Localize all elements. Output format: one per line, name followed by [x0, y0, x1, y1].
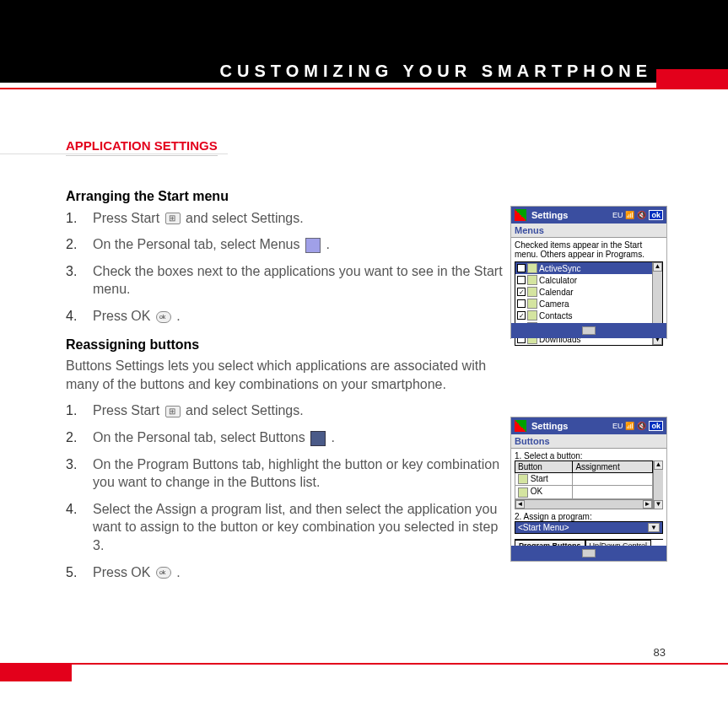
checkbox[interactable] — [517, 264, 526, 272]
list-item-label: Contacts — [539, 311, 572, 320]
app-icon — [527, 263, 537, 273]
list-item-label: Calendar — [539, 288, 574, 297]
screenshot-menus: Settings EU 📶 🔇 ok Menus Checked items a… — [510, 206, 667, 339]
ss-description: Checked items appear in the Start menu. … — [515, 240, 663, 259]
ss-status: EU — [612, 422, 623, 430]
ok-key-icon — [156, 567, 171, 579]
list-item[interactable]: ✓Contacts — [515, 310, 652, 321]
scroll-left-icon[interactable]: ◄ — [515, 500, 525, 509]
ok-badge[interactable]: ok — [649, 421, 663, 431]
col-button: Button — [515, 461, 573, 473]
step-text: and select Settings. — [186, 211, 304, 225]
ss-title: Settings — [531, 210, 568, 220]
assign-program-dropdown[interactable]: <Start Menu> ▼ — [515, 521, 663, 534]
keyboard-icon[interactable] — [582, 326, 596, 335]
page-number: 83 — [654, 646, 666, 659]
signal-icon: 📶 — [625, 211, 634, 219]
step-text: . — [332, 430, 335, 444]
header-black-bar: CUSTOMIZING YOUR SMARTPHONE — [0, 0, 728, 83]
subhead-arranging: Arranging the Start menu — [66, 187, 513, 206]
step-text: Press OK — [93, 309, 154, 323]
checkbox[interactable] — [517, 299, 526, 308]
step-text: On the Program Buttons tab, highlight th… — [93, 455, 513, 492]
step-text: . — [176, 565, 180, 579]
windows-flag-icon — [515, 420, 526, 432]
ss-subtitle: Menus — [511, 223, 666, 238]
col-assignment: Assignment — [573, 461, 653, 473]
ok-key-icon — [156, 311, 171, 323]
menus-icon — [305, 238, 321, 253]
list-item[interactable]: ActiveSync — [515, 262, 652, 274]
ss-label: 1. Select a button: — [515, 451, 663, 460]
ok-badge[interactable]: ok — [649, 210, 663, 220]
buttons-table[interactable]: Button Assignment Start OK — [515, 460, 653, 499]
signal-icon: 📶 — [625, 422, 634, 430]
ss-bottombar — [511, 323, 666, 338]
list-item-label: ActiveSync — [539, 264, 580, 273]
ss-subtitle: Buttons — [511, 434, 666, 449]
list-item-label: Camera — [539, 299, 569, 309]
steps-reassign: 1. Press Start and select Settings. 2. O… — [66, 401, 513, 581]
header-red-tab — [656, 69, 728, 88]
step-text: . — [326, 237, 329, 251]
start-key-icon — [165, 213, 181, 224]
step-text: Press OK — [93, 565, 154, 579]
checkbox[interactable]: ✓ — [517, 311, 526, 320]
table-row[interactable]: Start — [515, 473, 653, 486]
list-item-label: Calculator — [539, 276, 577, 285]
step-text: and select Settings. — [186, 403, 304, 417]
footer-red-rule — [0, 663, 728, 665]
section-title: APPLICATION SETTINGS — [66, 138, 218, 156]
chevron-down-icon[interactable]: ▼ — [648, 523, 660, 532]
screenshot-buttons: Settings EU 📶 🔇 ok Buttons 1. Select a b… — [510, 417, 667, 562]
list-item[interactable]: ✓Calendar — [515, 286, 652, 298]
start-key-icon — [165, 406, 181, 417]
app-icon — [527, 299, 537, 309]
step-text: Check the boxes next to the applications… — [93, 262, 513, 299]
speaker-icon: 🔇 — [637, 422, 646, 430]
app-icon — [527, 287, 537, 297]
scroll-up-icon[interactable]: ▲ — [653, 262, 662, 272]
checkbox[interactable] — [517, 276, 526, 284]
subhead-reassign: Reassigning buttons — [66, 336, 513, 354]
table-row[interactable]: OK — [515, 486, 653, 498]
step-text: . — [176, 309, 180, 323]
app-icon — [527, 275, 537, 285]
footer-red-tab — [0, 663, 72, 681]
buttons-icon — [310, 431, 326, 446]
ss-bottombar — [511, 546, 666, 561]
ss-titlebar: Settings EU 📶 🔇 ok — [511, 207, 666, 223]
step-text: On the Personal tab, select Menus — [93, 237, 304, 251]
intro-text: Buttons Settings lets you select which a… — [66, 357, 513, 393]
list-item[interactable]: Calculator — [515, 274, 652, 286]
header-red-rule — [0, 88, 728, 89]
step-text: Press Start — [93, 211, 164, 225]
step-text: On the Personal tab, select Buttons — [93, 430, 309, 444]
ss-label: 2. Assign a program: — [515, 512, 663, 521]
keyboard-icon[interactable] — [582, 549, 596, 557]
step-text: Press Start — [93, 403, 164, 417]
scroll-down-icon[interactable]: ▼ — [654, 500, 663, 509]
scrollbar-horizontal[interactable]: ◄ ► — [515, 499, 653, 509]
step-text: Select the Assign a program list, and th… — [93, 500, 513, 555]
list-item[interactable]: Camera — [515, 298, 652, 310]
ss-titlebar: Settings EU 📶 🔇 ok — [511, 417, 666, 434]
speaker-icon: 🔇 — [637, 211, 646, 219]
app-icon — [518, 474, 528, 484]
steps-arranging: 1. Press Start and select Settings. 2. O… — [66, 209, 513, 326]
scroll-right-icon[interactable]: ► — [643, 500, 652, 509]
app-icon — [527, 310, 537, 320]
ss-status: EU — [612, 211, 623, 219]
checkbox[interactable]: ✓ — [517, 288, 526, 296]
scroll-up-icon[interactable]: ▲ — [654, 460, 663, 470]
ss-title: Settings — [531, 421, 568, 431]
app-icon — [518, 487, 528, 498]
scrollbar-vertical[interactable]: ▲ ▼ — [653, 460, 663, 509]
content-area: Arranging the Start menu 1. Press Start … — [66, 177, 513, 590]
dropdown-value: <Start Menu> — [518, 523, 569, 532]
windows-flag-icon — [515, 209, 526, 221]
chapter-title: CUSTOMIZING YOUR SMARTPHONE — [220, 62, 652, 81]
